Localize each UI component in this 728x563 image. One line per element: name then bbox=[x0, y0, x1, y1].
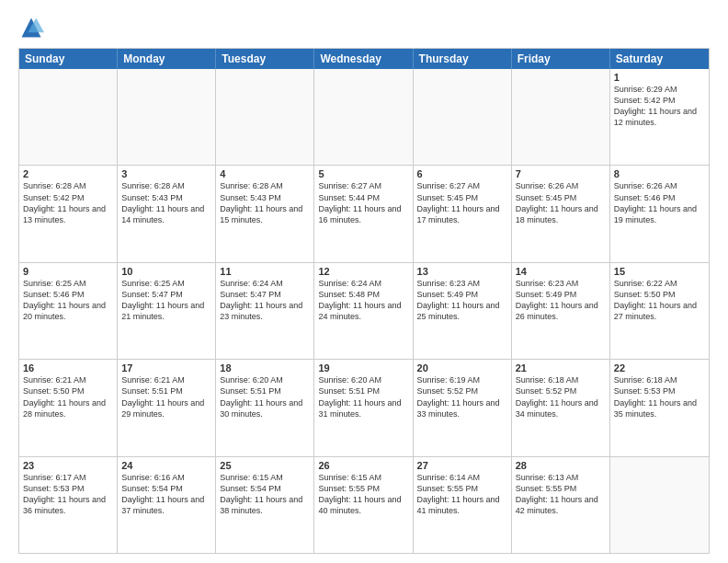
day-cell-5: 5Sunrise: 6:27 AM Sunset: 5:44 PM Daylig… bbox=[314, 166, 413, 261]
calendar-row-1: 2Sunrise: 6:28 AM Sunset: 5:42 PM Daylig… bbox=[19, 165, 709, 261]
day-number: 23 bbox=[23, 460, 113, 471]
day-number: 7 bbox=[516, 168, 606, 179]
day-info: Sunrise: 6:18 AM Sunset: 5:53 PM Dayligh… bbox=[614, 374, 705, 419]
day-number: 21 bbox=[516, 362, 606, 373]
day-number: 17 bbox=[121, 362, 211, 373]
day-number: 15 bbox=[614, 266, 705, 277]
day-cell-1: 1Sunrise: 6:29 AM Sunset: 5:42 PM Daylig… bbox=[610, 69, 709, 165]
day-info: Sunrise: 6:23 AM Sunset: 5:49 PM Dayligh… bbox=[417, 278, 507, 323]
calendar-row-0: 1Sunrise: 6:29 AM Sunset: 5:42 PM Daylig… bbox=[19, 69, 709, 165]
day-number: 11 bbox=[220, 266, 310, 277]
calendar-row-4: 23Sunrise: 6:17 AM Sunset: 5:53 PM Dayli… bbox=[19, 456, 709, 553]
header-day-tuesday: Tuesday bbox=[216, 49, 314, 69]
day-number: 3 bbox=[121, 168, 211, 179]
day-cell-15: 15Sunrise: 6:22 AM Sunset: 5:50 PM Dayli… bbox=[610, 263, 709, 359]
day-number: 2 bbox=[23, 168, 113, 179]
calendar-body: 1Sunrise: 6:29 AM Sunset: 5:42 PM Daylig… bbox=[19, 69, 709, 553]
day-cell-6: 6Sunrise: 6:27 AM Sunset: 5:45 PM Daylig… bbox=[414, 166, 512, 261]
logo bbox=[18, 15, 48, 40]
day-cell-10: 10Sunrise: 6:25 AM Sunset: 5:47 PM Dayli… bbox=[118, 263, 216, 359]
header-day-thursday: Thursday bbox=[414, 49, 512, 69]
day-cell-24: 24Sunrise: 6:16 AM Sunset: 5:54 PM Dayli… bbox=[118, 457, 216, 553]
day-cell-12: 12Sunrise: 6:24 AM Sunset: 5:48 PM Dayli… bbox=[314, 263, 413, 359]
day-cell-empty bbox=[610, 457, 709, 553]
day-info: Sunrise: 6:28 AM Sunset: 5:42 PM Dayligh… bbox=[23, 180, 113, 225]
day-cell-empty bbox=[118, 69, 216, 165]
day-cell-empty bbox=[414, 69, 512, 165]
day-number: 14 bbox=[516, 266, 606, 277]
day-cell-13: 13Sunrise: 6:23 AM Sunset: 5:49 PM Dayli… bbox=[414, 263, 512, 359]
day-number: 10 bbox=[121, 266, 211, 277]
day-number: 16 bbox=[23, 362, 113, 373]
header-day-saturday: Saturday bbox=[610, 49, 709, 69]
header-day-friday: Friday bbox=[512, 49, 610, 69]
day-cell-3: 3Sunrise: 6:28 AM Sunset: 5:43 PM Daylig… bbox=[118, 166, 216, 261]
day-info: Sunrise: 6:14 AM Sunset: 5:55 PM Dayligh… bbox=[417, 472, 507, 517]
day-number: 1 bbox=[614, 72, 705, 83]
day-cell-11: 11Sunrise: 6:24 AM Sunset: 5:47 PM Dayli… bbox=[216, 263, 314, 359]
day-info: Sunrise: 6:15 AM Sunset: 5:55 PM Dayligh… bbox=[318, 472, 408, 517]
header-day-sunday: Sunday bbox=[19, 49, 118, 69]
day-cell-14: 14Sunrise: 6:23 AM Sunset: 5:49 PM Dayli… bbox=[512, 263, 610, 359]
day-info: Sunrise: 6:23 AM Sunset: 5:49 PM Dayligh… bbox=[516, 278, 606, 323]
day-cell-23: 23Sunrise: 6:17 AM Sunset: 5:53 PM Dayli… bbox=[19, 457, 118, 553]
day-number: 13 bbox=[417, 266, 507, 277]
calendar-row-3: 16Sunrise: 6:21 AM Sunset: 5:50 PM Dayli… bbox=[19, 359, 709, 455]
day-info: Sunrise: 6:29 AM Sunset: 5:42 PM Dayligh… bbox=[614, 84, 705, 129]
day-number: 28 bbox=[516, 460, 606, 471]
day-cell-25: 25Sunrise: 6:15 AM Sunset: 5:54 PM Dayli… bbox=[216, 457, 314, 553]
day-info: Sunrise: 6:20 AM Sunset: 5:51 PM Dayligh… bbox=[318, 374, 408, 419]
header-day-monday: Monday bbox=[118, 49, 216, 69]
day-number: 12 bbox=[318, 266, 408, 277]
day-cell-8: 8Sunrise: 6:26 AM Sunset: 5:46 PM Daylig… bbox=[610, 166, 709, 261]
day-info: Sunrise: 6:20 AM Sunset: 5:51 PM Dayligh… bbox=[220, 374, 310, 419]
day-cell-4: 4Sunrise: 6:28 AM Sunset: 5:43 PM Daylig… bbox=[216, 166, 314, 261]
day-number: 9 bbox=[23, 266, 113, 277]
day-info: Sunrise: 6:28 AM Sunset: 5:43 PM Dayligh… bbox=[121, 180, 211, 225]
day-cell-26: 26Sunrise: 6:15 AM Sunset: 5:55 PM Dayli… bbox=[314, 457, 413, 553]
day-info: Sunrise: 6:27 AM Sunset: 5:45 PM Dayligh… bbox=[417, 180, 507, 225]
day-cell-empty bbox=[216, 69, 314, 165]
day-number: 18 bbox=[220, 362, 310, 373]
day-info: Sunrise: 6:26 AM Sunset: 5:45 PM Dayligh… bbox=[516, 180, 606, 225]
day-cell-17: 17Sunrise: 6:21 AM Sunset: 5:51 PM Dayli… bbox=[118, 360, 216, 455]
day-info: Sunrise: 6:13 AM Sunset: 5:55 PM Dayligh… bbox=[516, 472, 606, 517]
day-cell-2: 2Sunrise: 6:28 AM Sunset: 5:42 PM Daylig… bbox=[19, 166, 118, 261]
header bbox=[18, 15, 710, 40]
day-cell-22: 22Sunrise: 6:18 AM Sunset: 5:53 PM Dayli… bbox=[610, 360, 709, 455]
logo-icon bbox=[18, 15, 44, 40]
header-day-wednesday: Wednesday bbox=[314, 49, 413, 69]
day-number: 27 bbox=[417, 460, 507, 471]
day-cell-empty bbox=[314, 69, 413, 165]
day-cell-20: 20Sunrise: 6:19 AM Sunset: 5:52 PM Dayli… bbox=[414, 360, 512, 455]
day-number: 5 bbox=[318, 168, 408, 179]
day-number: 6 bbox=[417, 168, 507, 179]
day-cell-27: 27Sunrise: 6:14 AM Sunset: 5:55 PM Dayli… bbox=[414, 457, 512, 553]
day-cell-28: 28Sunrise: 6:13 AM Sunset: 5:55 PM Dayli… bbox=[512, 457, 610, 553]
day-cell-7: 7Sunrise: 6:26 AM Sunset: 5:45 PM Daylig… bbox=[512, 166, 610, 261]
day-number: 8 bbox=[614, 168, 705, 179]
day-info: Sunrise: 6:26 AM Sunset: 5:46 PM Dayligh… bbox=[614, 180, 705, 225]
day-info: Sunrise: 6:15 AM Sunset: 5:54 PM Dayligh… bbox=[220, 472, 310, 517]
day-cell-9: 9Sunrise: 6:25 AM Sunset: 5:46 PM Daylig… bbox=[19, 263, 118, 359]
day-cell-16: 16Sunrise: 6:21 AM Sunset: 5:50 PM Dayli… bbox=[19, 360, 118, 455]
day-info: Sunrise: 6:16 AM Sunset: 5:54 PM Dayligh… bbox=[121, 472, 211, 517]
day-info: Sunrise: 6:19 AM Sunset: 5:52 PM Dayligh… bbox=[417, 374, 507, 419]
day-info: Sunrise: 6:24 AM Sunset: 5:48 PM Dayligh… bbox=[318, 278, 408, 323]
day-info: Sunrise: 6:25 AM Sunset: 5:46 PM Dayligh… bbox=[23, 278, 113, 323]
day-cell-21: 21Sunrise: 6:18 AM Sunset: 5:52 PM Dayli… bbox=[512, 360, 610, 455]
calendar-header: SundayMondayTuesdayWednesdayThursdayFrid… bbox=[19, 49, 709, 69]
day-info: Sunrise: 6:24 AM Sunset: 5:47 PM Dayligh… bbox=[220, 278, 310, 323]
calendar: SundayMondayTuesdayWednesdayThursdayFrid… bbox=[18, 48, 710, 554]
day-info: Sunrise: 6:27 AM Sunset: 5:44 PM Dayligh… bbox=[318, 180, 408, 225]
day-info: Sunrise: 6:25 AM Sunset: 5:47 PM Dayligh… bbox=[121, 278, 211, 323]
day-number: 25 bbox=[220, 460, 310, 471]
day-number: 24 bbox=[121, 460, 211, 471]
day-cell-18: 18Sunrise: 6:20 AM Sunset: 5:51 PM Dayli… bbox=[216, 360, 314, 455]
day-info: Sunrise: 6:28 AM Sunset: 5:43 PM Dayligh… bbox=[220, 180, 310, 225]
day-number: 19 bbox=[318, 362, 408, 373]
day-cell-empty bbox=[512, 69, 610, 165]
page: SundayMondayTuesdayWednesdayThursdayFrid… bbox=[0, 0, 728, 563]
day-number: 4 bbox=[220, 168, 310, 179]
day-number: 20 bbox=[417, 362, 507, 373]
